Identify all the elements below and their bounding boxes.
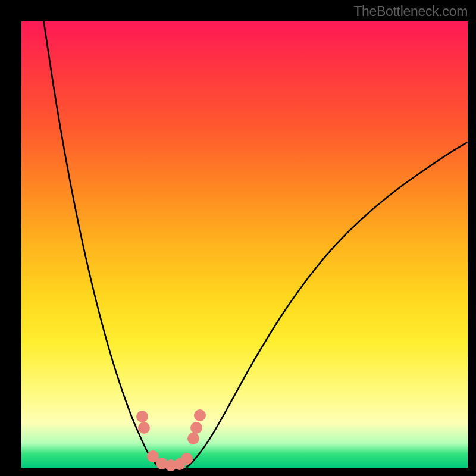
trough-dot	[194, 409, 206, 421]
trough-dot	[136, 411, 148, 422]
curve-left	[44, 21, 160, 468]
plot-area	[21, 21, 468, 468]
curve-right	[187, 142, 468, 468]
watermark-text: TheBottleneck.com	[353, 4, 468, 20]
trough-dot	[187, 433, 199, 444]
trough-dot	[181, 453, 193, 465]
trough-dot	[190, 422, 202, 434]
chart-frame: TheBottleneck.com	[0, 0, 476, 476]
trough-dot	[138, 422, 150, 434]
bottleneck-curves	[21, 21, 468, 468]
